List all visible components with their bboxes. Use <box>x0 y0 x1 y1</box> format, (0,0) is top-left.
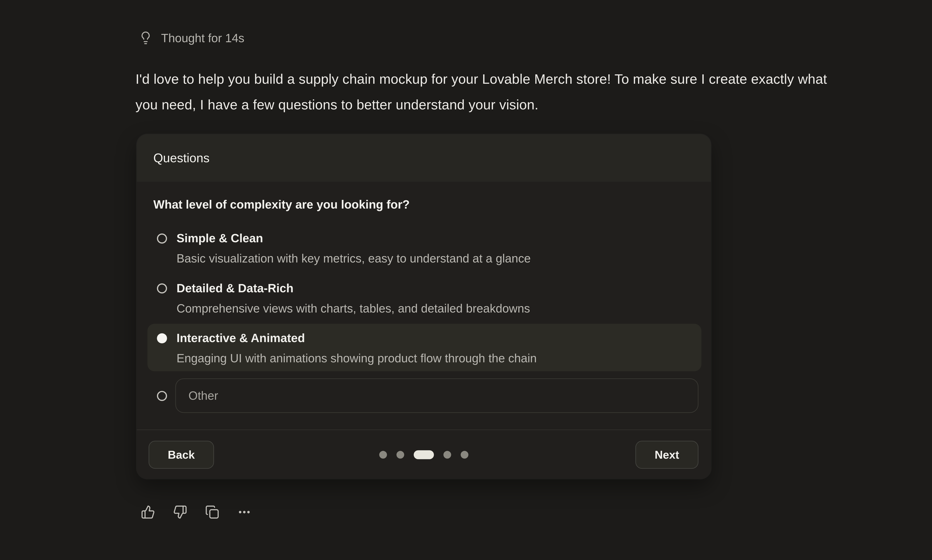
radio-simple-clean[interactable] <box>157 234 167 243</box>
more-options-icon[interactable] <box>237 505 251 519</box>
step-dot-1 <box>379 451 387 458</box>
option-description: Basic visualization with key metrics, ea… <box>177 251 531 266</box>
assistant-message-text: I'd love to help you build a supply chai… <box>136 66 837 117</box>
option-interactive-animated[interactable]: Interactive & Animated Engaging UI with … <box>177 331 537 365</box>
next-button[interactable]: Next <box>635 441 698 469</box>
option-label: Interactive & Animated <box>177 331 537 345</box>
step-dot-4 <box>444 451 451 458</box>
step-dot-2 <box>396 451 404 458</box>
questions-card-header: Questions <box>137 134 711 182</box>
option-description: Engaging UI with animations showing prod… <box>177 351 537 365</box>
option-description: Comprehensive views with charts, tables,… <box>177 301 530 315</box>
questions-card: Questions What level of complexity are y… <box>137 134 711 478</box>
message-actions-toolbar <box>141 505 251 519</box>
radio-interactive-animated[interactable] <box>157 333 167 343</box>
card-footer-divider <box>137 429 711 430</box>
step-dot-3-active <box>414 451 434 459</box>
other-option-input[interactable] <box>176 378 698 413</box>
step-pagination <box>137 451 711 459</box>
step-dot-5 <box>461 451 468 458</box>
chat-message-region: Thought for 14s I'd love to help you bui… <box>0 0 932 560</box>
option-detailed-data-rich[interactable]: Detailed & Data-Rich Comprehensive views… <box>177 281 530 315</box>
thought-duration-label: Thought for 14s <box>161 31 244 45</box>
radio-detailed-data-rich[interactable] <box>157 283 167 293</box>
option-label: Detailed & Data-Rich <box>177 281 530 295</box>
card-title: Questions <box>153 151 210 165</box>
copy-icon[interactable] <box>205 505 219 519</box>
thumbs-down-icon[interactable] <box>173 505 187 519</box>
option-simple-clean[interactable]: Simple & Clean Basic visualization with … <box>177 231 531 266</box>
thumbs-up-icon[interactable] <box>141 505 155 519</box>
thought-duration-toggle[interactable]: Thought for 14s <box>139 31 244 45</box>
lightbulb-icon <box>139 31 153 45</box>
question-text: What level of complexity are you looking… <box>153 197 410 212</box>
option-label: Simple & Clean <box>177 231 531 246</box>
radio-other[interactable] <box>157 391 167 401</box>
